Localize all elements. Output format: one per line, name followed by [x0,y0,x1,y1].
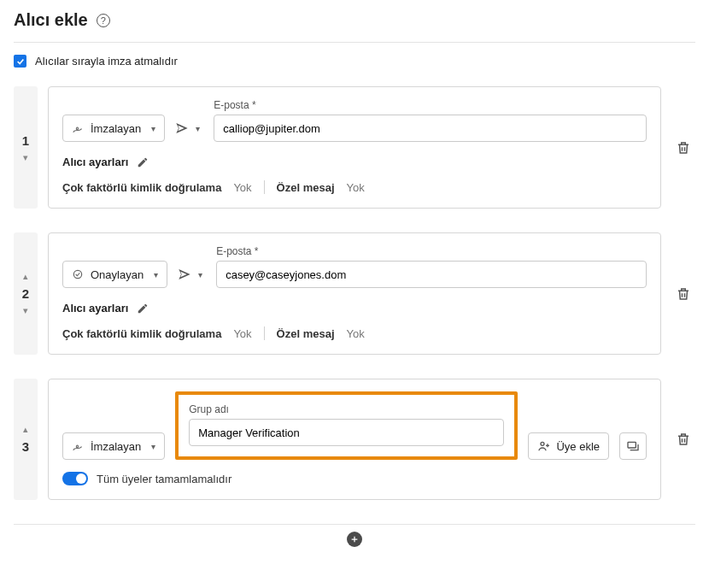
chevron-down-icon: ▾ [150,270,161,279]
order-column[interactable]: ▴ 3 [14,379,38,500]
add-member-button[interactable]: Üye ekle [528,432,609,460]
recipient-row: ▴ 2 ▾ Onaylayan ▾ ▾ E-posta * [14,232,695,355]
role-select[interactable]: İmzalayan ▾ [62,432,165,460]
recipient-settings-row: Alıcı ayarları [62,156,647,168]
delete-icon[interactable] [676,432,691,447]
recipient-card: Onaylayan ▾ ▾ E-posta * Alıcı ayarları [48,232,661,355]
recipient-actions [671,379,695,500]
recipient-main-row: Onaylayan ▾ ▾ E-posta * [62,245,647,288]
svg-point-0 [73,270,81,278]
order-column[interactable]: ▴ 2 ▾ [14,232,38,355]
group-name-highlight: Grup adı [175,391,518,460]
recipient-group-row: ▴ 3 İmzalayan ▾ Grup adı Üye ekle [14,379,695,500]
all-members-toggle-row: Tüm üyeler tamamlamalıdır [62,472,647,485]
recipient-main-row: İmzalayan ▾ ▾ E-posta * [62,99,647,142]
chevron-up-icon[interactable]: ▴ [23,425,28,434]
group-name-label: Grup adı [189,403,504,415]
order-number: 2 [22,286,29,301]
role-label: İmzalayan [91,122,141,135]
email-field-wrap: E-posta * [214,99,647,142]
divider [264,180,265,194]
private-msg-label: Özel mesaj [277,327,335,340]
order-number: 1 [22,133,29,148]
recipient-meta-row: Çok faktörlü kimlik doğrulama Yok Özel m… [62,326,647,340]
order-number: 3 [22,439,29,454]
signer-icon [72,440,84,452]
add-recipient-row [14,524,695,547]
recipient-meta-row: Çok faktörlü kimlik doğrulama Yok Özel m… [62,180,647,194]
section-header: Alıcı ekle ? [14,10,695,43]
email-input[interactable] [214,115,647,142]
private-msg-value: Yok [347,327,365,340]
recipient-settings-label: Alıcı ayarları [62,302,128,315]
page-title: Alıcı ekle [14,10,88,30]
add-member-icon [537,439,551,453]
role-select[interactable]: İmzalayan ▾ [62,115,165,142]
role-label: İmzalayan [91,440,141,453]
email-label: E-posta * [216,245,647,257]
sequential-signing-row: Alıcılar sırayla imza atmalıdır [14,55,695,68]
chevron-down-icon: ▾ [192,124,203,133]
recipient-card: İmzalayan ▾ ▾ E-posta * Alıcı ayarları [48,86,661,209]
all-members-label: Tüm üyeler tamamlamalıdır [97,473,231,485]
sequential-label: Alıcılar sırayla imza atmalıdır [35,55,178,68]
approver-icon [72,268,84,280]
delivery-method-button[interactable]: ▾ [178,261,206,288]
add-member-label: Üye ekle [556,440,600,453]
recipient-settings-label: Alıcı ayarları [62,156,128,168]
mfa-label: Çok faktörlü kimlik doğrulama [62,181,221,194]
parallel-group-button[interactable] [619,432,647,460]
delivery-method-button[interactable]: ▾ [175,115,203,142]
mfa-value: Yok [233,181,251,194]
email-label: E-posta * [214,99,647,111]
chevron-up-icon[interactable]: ▴ [23,272,28,281]
signer-icon [72,122,84,134]
private-msg-label: Özel mesaj [277,181,335,194]
recipient-group-card: İmzalayan ▾ Grup adı Üye ekle Tüm üyeler… [48,379,661,500]
chevron-down-icon: ▾ [195,270,206,279]
paper-plane-icon [178,268,191,281]
chevron-down-icon: ▾ [148,442,159,451]
recipient-actions [671,86,695,209]
delete-icon[interactable] [676,286,691,302]
all-members-toggle[interactable] [62,472,88,485]
recipient-row: 1 ▾ İmzalayan ▾ ▾ E-posta * [14,86,695,209]
add-recipient-button[interactable] [347,532,362,547]
sequential-checkbox[interactable] [14,55,26,68]
private-msg-value: Yok [347,181,365,194]
chevron-down-icon[interactable]: ▾ [23,306,28,315]
email-field-wrap: E-posta * [216,245,647,288]
svg-rect-2 [628,442,636,448]
chevron-down-icon: ▾ [148,124,159,133]
recipient-actions [671,232,695,355]
paper-plane-icon [175,121,189,135]
recipient-settings-row: Alıcı ayarları [62,302,647,315]
divider [264,326,265,340]
edit-icon[interactable] [137,156,149,168]
svg-point-1 [541,442,544,445]
group-main-row: İmzalayan ▾ Grup adı Üye ekle [62,391,647,460]
group-name-input[interactable] [189,419,504,446]
mfa-value: Yok [233,327,251,340]
email-input[interactable] [216,261,647,288]
delete-icon[interactable] [676,140,691,156]
mfa-label: Çok faktörlü kimlik doğrulama [62,327,221,340]
role-label: Onaylayan [91,268,144,281]
chevron-down-icon[interactable]: ▾ [23,153,28,162]
order-column[interactable]: 1 ▾ [14,86,38,209]
role-select[interactable]: Onaylayan ▾ [62,261,167,288]
help-icon[interactable]: ? [97,14,110,27]
edit-icon[interactable] [137,303,149,315]
